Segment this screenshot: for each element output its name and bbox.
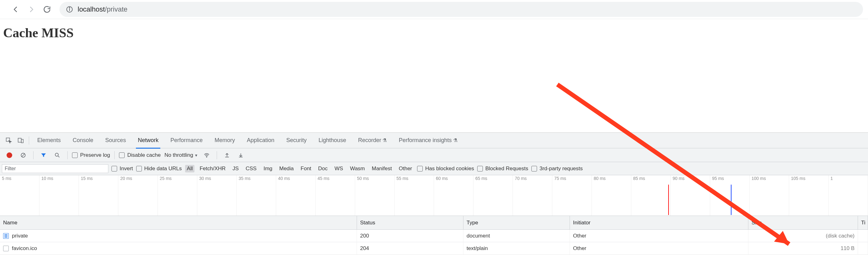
dom-content-loaded-marker <box>668 185 669 215</box>
type-css[interactable]: CSS <box>244 165 258 172</box>
request-name: favicon.ico <box>12 245 37 251</box>
network-conditions-button[interactable] <box>201 149 212 161</box>
col-status[interactable]: Status <box>357 216 463 229</box>
type-img[interactable]: Img <box>261 165 274 172</box>
blocked-requests-check[interactable]: Blocked Requests <box>477 166 528 172</box>
preserve-log-checkbox[interactable] <box>72 152 78 158</box>
third-party-check[interactable]: 3rd-party requests <box>531 166 583 172</box>
file-icon <box>3 246 9 251</box>
import-har-button[interactable] <box>221 149 232 161</box>
tab-memory[interactable]: Memory <box>209 133 241 148</box>
forward-button[interactable] <box>24 2 38 16</box>
record-icon <box>7 152 12 158</box>
load-event-marker <box>731 185 732 215</box>
sep <box>217 151 217 159</box>
type-manifest[interactable]: Manifest <box>370 165 394 172</box>
tab-application[interactable]: Application <box>241 133 280 148</box>
network-overview[interactable]: 5 ms 10 ms 15 ms 20 ms 25 ms 30 ms 35 ms… <box>0 175 868 216</box>
col-initiator[interactable]: Initiator <box>570 216 748 229</box>
request-initiator: Other <box>570 242 748 254</box>
device-toolbar-button[interactable] <box>15 135 26 146</box>
experiment-icon: ⚗ <box>382 137 387 143</box>
filter-placeholder: Filter <box>5 166 16 171</box>
tab-sources[interactable]: Sources <box>100 133 131 148</box>
sep <box>67 151 68 159</box>
throttling-select[interactable]: No throttling ▾ <box>164 152 197 158</box>
page-viewport: Cache MISS <box>0 19 868 132</box>
svg-point-10 <box>206 157 207 158</box>
experiment-icon: ⚗ <box>453 137 458 143</box>
search-button[interactable] <box>52 149 63 161</box>
type-other[interactable]: Other <box>397 165 414 172</box>
back-icon <box>11 5 20 14</box>
chevron-down-icon: ▾ <box>195 153 197 158</box>
filter-toggle[interactable] <box>38 149 49 161</box>
tab-performance[interactable]: Performance <box>165 133 208 148</box>
network-toolbar: Preserve log Disable cache No throttling… <box>0 148 868 162</box>
type-media[interactable]: Media <box>277 165 296 172</box>
reload-icon <box>42 5 51 14</box>
preserve-log-label: Preserve log <box>80 152 110 158</box>
devtools-tabs: Elements Console Sources Network Perform… <box>0 133 868 148</box>
clear-button[interactable] <box>18 149 29 161</box>
request-size: 110 B <box>748 242 858 254</box>
tab-lighthouse[interactable]: Lighthouse <box>313 133 352 148</box>
type-js[interactable]: JS <box>231 165 241 172</box>
throttling-value: No throttling <box>164 152 193 158</box>
has-blocked-cookies-check[interactable]: Has blocked cookies <box>417 166 474 172</box>
site-info-icon[interactable] <box>66 6 73 13</box>
reload-button[interactable] <box>40 2 54 16</box>
col-size[interactable]: Size <box>748 216 858 229</box>
app-root: localhost/private Cache MISS Elements Co… <box>0 0 868 276</box>
overview-ruler: 5 ms 10 ms 15 ms 20 ms 25 ms 30 ms 35 ms… <box>0 175 868 184</box>
request-time <box>858 230 868 242</box>
disable-cache-checkbox[interactable] <box>119 152 125 158</box>
request-type: text/plain <box>463 242 570 254</box>
sep <box>114 151 115 159</box>
request-name: private <box>12 233 28 239</box>
col-type[interactable]: Type <box>463 216 570 229</box>
page-heading: Cache MISS <box>3 25 868 40</box>
tab-network[interactable]: Network <box>132 133 164 148</box>
back-button[interactable] <box>9 2 23 16</box>
omnibox-path: /private <box>105 5 127 13</box>
hide-data-urls-check[interactable]: Hide data URLs <box>136 166 182 172</box>
network-filter-bar: Filter Invert Hide data URLs All Fetch/X… <box>0 162 868 175</box>
svg-rect-4 <box>18 138 21 142</box>
network-request-table: Name Status Type Initiator Size Ti priva… <box>0 216 868 276</box>
request-status: 204 <box>357 242 463 254</box>
svg-line-9 <box>58 156 60 157</box>
type-doc[interactable]: Doc <box>316 165 330 172</box>
document-icon <box>3 233 9 239</box>
type-font[interactable]: Font <box>299 165 313 172</box>
filter-input[interactable]: Filter <box>2 164 108 173</box>
tab-elements[interactable]: Elements <box>32 133 66 148</box>
record-button[interactable] <box>4 149 15 161</box>
col-time[interactable]: Ti <box>858 216 868 229</box>
type-all[interactable]: All <box>185 165 195 172</box>
type-wasm[interactable]: Wasm <box>348 165 367 172</box>
inspect-element-button[interactable] <box>3 135 14 146</box>
omnibox[interactable]: localhost/private <box>60 2 863 17</box>
tab-performance-insights[interactable]: Performance insights⚗ <box>393 133 463 148</box>
type-ws[interactable]: WS <box>333 165 345 172</box>
forward-icon <box>27 5 36 14</box>
tab-console[interactable]: Console <box>67 133 99 148</box>
table-row[interactable]: favicon.ico 204 text/plain Other 110 B <box>0 242 868 255</box>
invert-check[interactable]: Invert <box>112 166 133 172</box>
type-fetchxhr[interactable]: Fetch/XHR <box>197 165 227 172</box>
request-time <box>858 242 868 254</box>
omnibox-host: localhost <box>78 5 105 13</box>
svg-point-2 <box>69 7 70 8</box>
export-har-button[interactable] <box>235 149 246 161</box>
disable-cache-label: Disable cache <box>127 152 161 158</box>
table-header: Name Status Type Initiator Size Ti <box>0 216 868 230</box>
col-name[interactable]: Name <box>0 216 357 229</box>
table-row[interactable]: private 200 document Other (disk cache) <box>0 230 868 242</box>
tab-separator <box>29 136 29 145</box>
tab-recorder[interactable]: Recorder⚗ <box>352 133 392 148</box>
tab-security[interactable]: Security <box>281 133 312 148</box>
request-initiator: Other <box>570 230 748 242</box>
request-size: (disk cache) <box>748 230 858 242</box>
request-status: 200 <box>357 230 463 242</box>
